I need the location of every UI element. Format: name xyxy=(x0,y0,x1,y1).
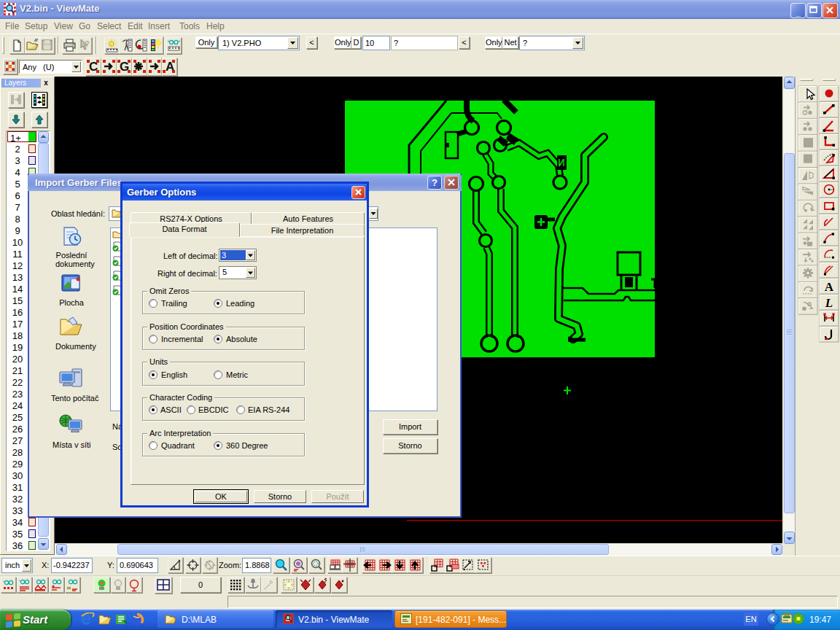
svg-text:A: A xyxy=(825,280,834,294)
svg-text:s: s xyxy=(324,580,326,584)
svg-text:?: ? xyxy=(85,39,90,48)
svg-text:L: L xyxy=(825,296,833,310)
